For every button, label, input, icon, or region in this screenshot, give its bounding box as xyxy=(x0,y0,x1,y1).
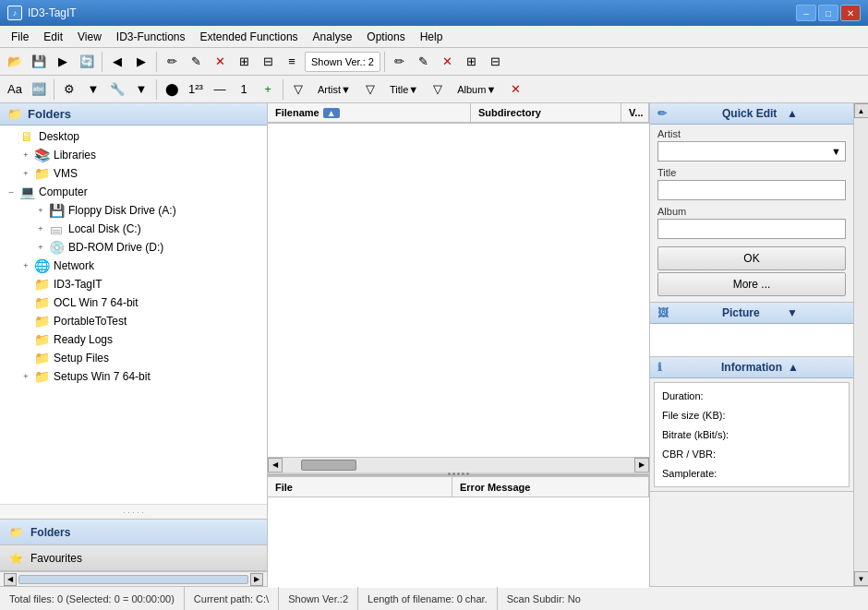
tb2-btn5[interactable]: 🔧 xyxy=(106,78,128,101)
tag-tool1-btn[interactable]: ⊞ xyxy=(461,51,483,73)
edit-btn[interactable]: ✏ xyxy=(161,51,183,73)
hscroll-thumb[interactable] xyxy=(301,460,356,471)
tree-item-localdisk[interactable]: + 🖴 Local Disk (C:) xyxy=(0,220,267,238)
left-scroll-right[interactable]: ▶ xyxy=(250,573,263,586)
open-btn[interactable]: 📂 xyxy=(4,51,26,73)
refresh-btn[interactable]: 🔄 xyxy=(76,51,98,73)
tree-item-computer[interactable]: – 💻 Computer xyxy=(0,183,267,201)
left-hscroll[interactable]: ◀ ▶ xyxy=(0,571,267,586)
tree-item-setupfiles[interactable]: 📁 Setup Files xyxy=(0,349,267,367)
tree-item-vms[interactable]: + 📁 VMS xyxy=(0,164,267,183)
tree-item-floppy[interactable]: + 💾 Floppy Disk Drive (A:) xyxy=(0,201,267,220)
edit2-btn[interactable]: ✎ xyxy=(185,51,207,73)
right-scroll-down[interactable]: ▼ xyxy=(854,571,869,586)
tb2-filter2[interactable]: ▽ xyxy=(359,78,381,101)
tree-view[interactable]: 🖥 Desktop + 📚 Libraries + 📁 VMS – 💻 Comp… xyxy=(0,126,267,504)
artist-dropdown[interactable]: Artist ▼ xyxy=(311,79,357,100)
tag-edit2-btn[interactable]: ✎ xyxy=(413,51,435,73)
tab-folders[interactable]: 📁 Folders xyxy=(0,520,267,545)
tb2-btn7[interactable]: ⬤ xyxy=(161,78,183,101)
menu-extended[interactable]: Extended Functions xyxy=(193,27,306,47)
menu-options[interactable]: Options xyxy=(359,27,412,47)
tree-item-desktop[interactable]: 🖥 Desktop xyxy=(0,127,267,146)
tb2-clear[interactable]: ✕ xyxy=(504,78,526,101)
menu-view[interactable]: View xyxy=(70,27,109,47)
error-msg-col[interactable]: Error Message xyxy=(452,477,649,496)
picture-collapse[interactable]: ▼ xyxy=(787,306,846,319)
hscroll-track[interactable] xyxy=(283,458,634,472)
id3tagit-folder-icon: 📁 xyxy=(33,277,50,292)
error-body[interactable] xyxy=(268,497,649,588)
tb2-btn11[interactable]: + xyxy=(257,78,279,101)
quick-edit-collapse[interactable]: ▲ xyxy=(787,107,846,120)
artist-input[interactable]: ▼ xyxy=(657,141,846,161)
info-cbrvbr: CBR / VBR: xyxy=(662,445,841,464)
right-scroll-up[interactable]: ▲ xyxy=(854,103,869,118)
tree-item-portabletotest[interactable]: 📁 PortableToTest xyxy=(0,312,267,330)
file-list-body[interactable] xyxy=(268,124,649,457)
error-section: File Error Message xyxy=(268,475,649,586)
artist-dropdown-btn[interactable]: ▼ xyxy=(831,146,841,157)
title-dropdown[interactable]: Title ▼ xyxy=(383,79,425,100)
tree-item-id3tagit[interactable]: 📁 ID3-TagIT xyxy=(0,275,267,293)
tree-item-setupswin[interactable]: + 📁 Setups Win 7 64-bit xyxy=(0,367,267,386)
tb2-btn6[interactable]: ▼ xyxy=(130,78,152,101)
maximize-button[interactable]: □ xyxy=(818,5,838,21)
picture-header[interactable]: 🖼 Picture ▼ xyxy=(650,303,853,324)
info-collapse[interactable]: ▲ xyxy=(788,361,846,374)
tree-item-readylogs[interactable]: 📁 Ready Logs xyxy=(0,330,267,349)
tag-edit-btn[interactable]: ✏ xyxy=(389,51,411,73)
left-scroll-left[interactable]: ◀ xyxy=(4,573,17,586)
back-btn[interactable]: ◀ xyxy=(106,51,128,73)
menu-analyse[interactable]: Analyse xyxy=(306,27,360,47)
col-v-header[interactable]: V... xyxy=(621,103,649,122)
error-file-col[interactable]: File xyxy=(268,477,452,496)
menu-help[interactable]: Help xyxy=(413,27,451,47)
tb2-btn3[interactable]: ⚙ xyxy=(58,78,80,101)
more-button[interactable]: More ... xyxy=(657,272,846,296)
tool3-btn[interactable]: ≡ xyxy=(281,51,303,73)
album-input[interactable] xyxy=(657,219,846,239)
tool1-btn[interactable]: ⊞ xyxy=(233,51,255,73)
menu-file[interactable]: File xyxy=(4,27,36,47)
forward-btn[interactable]: ▶ xyxy=(130,51,152,73)
tree-item-bdrom[interactable]: + 💿 BD-ROM Drive (D:) xyxy=(0,238,267,257)
minimize-button[interactable]: – xyxy=(796,5,816,21)
tool2-btn[interactable]: ⊟ xyxy=(257,51,279,73)
tb2-btn1[interactable]: Aa xyxy=(4,78,26,101)
album-dropdown[interactable]: Album ▼ xyxy=(451,79,502,100)
right-scrollbar[interactable]: ▲ ▼ xyxy=(853,103,868,586)
file-list-hscroll[interactable]: ◀ ▶ xyxy=(268,457,649,472)
menu-id3functions[interactable]: ID3-Functions xyxy=(109,27,193,47)
tag-del-btn[interactable]: ✕ xyxy=(437,51,459,73)
col-filename-header[interactable]: Filename ▲ xyxy=(268,103,471,122)
hscroll-right-btn[interactable]: ▶ xyxy=(634,458,649,472)
save-btn[interactable]: 💾 xyxy=(28,51,50,73)
sep1 xyxy=(102,52,102,72)
delete-btn[interactable]: ✕ xyxy=(209,51,231,73)
tb2-btn9[interactable]: — xyxy=(209,78,231,101)
col-subdirectory-header[interactable]: Subdirectory xyxy=(471,103,621,122)
id3tagit-label: ID3-TagIT xyxy=(54,278,102,291)
title-input[interactable] xyxy=(657,180,846,200)
hscroll-left-btn[interactable]: ◀ xyxy=(268,458,283,472)
vms-icon: 📁 xyxy=(33,166,50,181)
quick-edit-header[interactable]: ✏ Quick Edit ▲ xyxy=(650,103,853,125)
tree-item-libraries[interactable]: + 📚 Libraries xyxy=(0,146,267,164)
tb2-btn2[interactable]: 🔤 xyxy=(28,78,50,101)
tree-item-network[interactable]: + 🌐 Network xyxy=(0,257,267,275)
tag-tool2-btn[interactable]: ⊟ xyxy=(485,51,507,73)
tb2-btn8[interactable]: 1²³ xyxy=(185,78,207,101)
tb2-filter[interactable]: ▽ xyxy=(287,78,309,101)
tb2-btn10[interactable]: 1 xyxy=(233,78,255,101)
tab-favourites[interactable]: ⭐ Favourites xyxy=(0,545,267,571)
tb2-btn4[interactable]: ▼ xyxy=(82,78,104,101)
play-btn[interactable]: ▶ xyxy=(52,51,74,73)
tb2-filter3[interactable]: ▽ xyxy=(427,78,449,101)
right-scroll-track[interactable] xyxy=(854,118,869,571)
menu-edit[interactable]: Edit xyxy=(36,27,70,47)
close-button[interactable]: ✕ xyxy=(840,5,861,21)
ok-button[interactable]: OK xyxy=(657,246,846,270)
tree-item-oclwin[interactable]: 📁 OCL Win 7 64-bit xyxy=(0,293,267,312)
information-header[interactable]: ℹ Information ▲ xyxy=(650,357,853,378)
